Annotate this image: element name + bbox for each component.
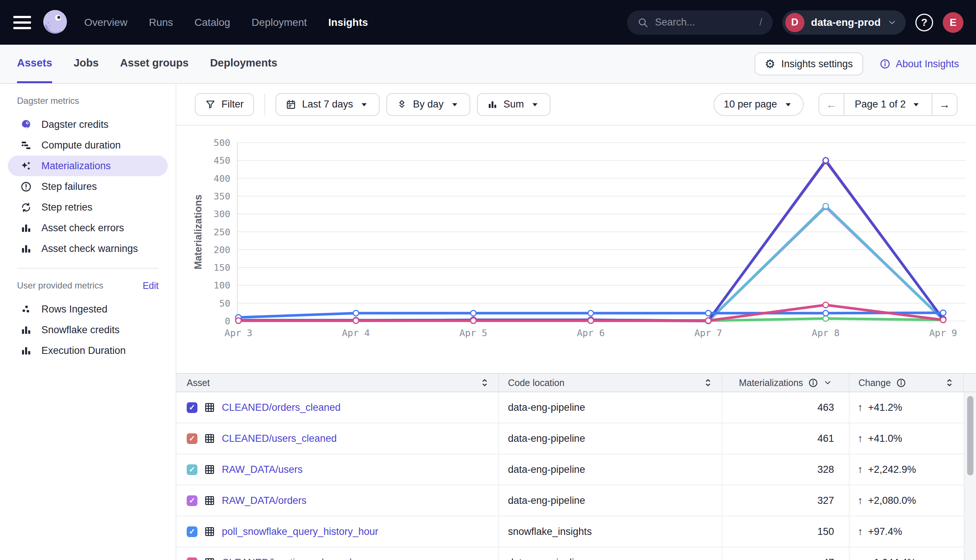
sidebar-item-rows-ingested[interactable]: Rows Ingested [8,299,168,320]
nav-item-overview[interactable]: Overview [84,17,127,28]
tab-asset-groups[interactable]: Asset groups [120,45,189,83]
dagster-logo[interactable] [41,8,70,37]
svg-text:Apr 5: Apr 5 [460,328,487,338]
tab-assets[interactable]: Assets [17,45,52,83]
svg-text:100: 100 [214,280,230,291]
sort-icon[interactable] [480,378,490,387]
sidebar-item-execution-duration[interactable]: Execution Duration [8,340,168,361]
cell-change: ↑+41.0% [849,423,964,453]
sort-icon[interactable] [703,378,713,387]
table-row: ✓RAW_DATA/usersdata-eng-pipeline328↑+2,2… [176,454,976,485]
asset-checkbox[interactable]: ✓ [187,527,197,537]
about-insights-link[interactable]: About Insights [879,58,959,70]
insights-settings-button[interactable]: ⚙ Insights settings [755,52,863,75]
svg-text:0: 0 [225,316,230,327]
date-range-button[interactable]: Last 7 days [276,93,380,116]
asset-link[interactable]: CLEANED/users_cleaned [222,433,337,444]
sidebar-section-title: Dagster metrics [17,96,79,106]
nav-item-runs[interactable]: Runs [149,17,173,28]
sidebar-item-asset-check-errors[interactable]: Asset check errors [8,218,168,238]
filter-button[interactable]: Filter [195,93,254,116]
info-icon[interactable] [896,378,906,388]
svg-text:Apr 3: Apr 3 [224,328,252,338]
asset-link[interactable]: poll_snowflake_query_history_hour [222,526,378,537]
next-page-button[interactable]: → [933,94,957,115]
sidebar-item-label: Asset check errors [42,222,124,234]
insights-settings-label: Insights settings [781,58,853,70]
prev-page-button[interactable]: ← [819,94,844,115]
svg-text:250: 250 [214,227,230,238]
cell-materializations: 463 [722,392,849,423]
col-materializations-label: Materializations [739,378,803,388]
up-arrow-icon: ↑ [858,463,863,475]
sidebar-item-label: Rows Ingested [42,303,108,315]
cell-asset: ✓CLEANED/orders_cleaned [176,392,499,423]
sidebar-item-label: Step failures [42,181,97,192]
info-icon [879,58,891,70]
sidebar-item-dagster-credits[interactable]: Dagster credits [8,114,168,135]
help-icon[interactable]: ? [915,14,933,32]
sort-icon[interactable] [944,378,954,387]
tab-jobs[interactable]: Jobs [74,45,99,83]
cell-code-location: data-eng-pipeline [499,423,722,453]
deployment-switcher[interactable]: D data-eng-prod [782,10,906,35]
sidebar-item-step-retries[interactable]: Step retries [8,197,168,218]
info-icon[interactable] [808,378,818,388]
chevron-down-icon[interactable] [823,378,832,387]
asset-checkbox[interactable]: ✓ [187,402,197,413]
sidebar-item-compute-duration[interactable]: Compute duration [8,135,168,155]
tab-deployments[interactable]: Deployments [210,45,277,83]
asset-link[interactable]: CLEANED/orders_cleaned [222,402,341,413]
per-page-button[interactable]: 10 per page [714,93,804,116]
aggregation-button[interactable]: Sum [477,93,551,116]
up-arrow-icon: ↑ [858,526,863,537]
edit-metrics-link[interactable]: Edit [143,280,159,291]
cell-code-location: data-eng-pipeline [499,547,722,560]
pagination-control: ← Page 1 of 2 → [819,93,958,116]
nav-item-deployment[interactable]: Deployment [252,17,307,28]
user-avatar[interactable]: E [943,12,963,33]
dots-icon [20,303,32,315]
sidebar-item-label: Snowflake credits [42,324,120,336]
table-scrollbar-track[interactable] [964,392,976,560]
cell-code-location: data-eng-pipeline [499,392,722,423]
group-by-button[interactable]: By day [386,93,470,116]
search-placeholder: Search... [655,17,753,28]
asset-link[interactable]: RAW_DATA/orders [222,495,306,507]
asset-checkbox[interactable]: ✓ [187,495,197,506]
cell-asset: ✓CLEANED/locations_cleaned [176,547,499,560]
nav-item-insights[interactable]: Insights [328,17,368,28]
svg-text:Apr 4: Apr 4 [342,328,370,338]
deployment-name: data-eng-prod [811,17,881,28]
chevron-down-icon [887,18,897,27]
asset-link[interactable]: CLEANED/locations_cleaned [222,557,352,560]
deployment-initial-badge: D [785,13,804,32]
bars-icon [20,345,32,357]
menu-icon[interactable] [13,14,32,31]
sidebar-item-snowflake-credits[interactable]: Snowflake credits [8,320,168,340]
up-arrow-icon: ↑ [858,557,863,560]
asset-link[interactable]: RAW_DATA/users [222,464,303,475]
change-value: +1,044.4% [868,557,916,560]
sidebar-item-asset-check-warnings[interactable]: Asset check warnings [8,238,168,259]
asset-checkbox[interactable]: ✓ [187,433,197,444]
table-row: ✓RAW_DATA/ordersdata-eng-pipeline327↑+2,… [176,485,976,517]
cell-materializations: 461 [722,423,849,453]
sidebar-divider [17,268,159,268]
table-scrollbar-thumb[interactable] [967,396,973,475]
change-value: +41.2% [868,402,902,413]
up-arrow-icon: ↑ [858,433,863,444]
duration-icon [20,140,32,151]
asset-checkbox[interactable]: ✓ [187,557,197,560]
sidebar-item-materializations[interactable]: Materializations [8,155,168,176]
octopus-icon [20,119,32,130]
svg-text:350: 350 [214,191,230,202]
cell-change: ↑+41.2% [849,392,964,423]
sidebar-item-label: Asset check warnings [42,243,138,255]
page-select[interactable]: Page 1 of 2 [844,94,933,115]
sidebar-item-step-failures[interactable]: Step failures [8,176,168,197]
asset-checkbox[interactable]: ✓ [187,464,197,475]
search-input[interactable]: Search... / [627,10,773,35]
nav-item-catalog[interactable]: Catalog [194,17,230,28]
svg-text:Apr 6: Apr 6 [577,328,605,338]
